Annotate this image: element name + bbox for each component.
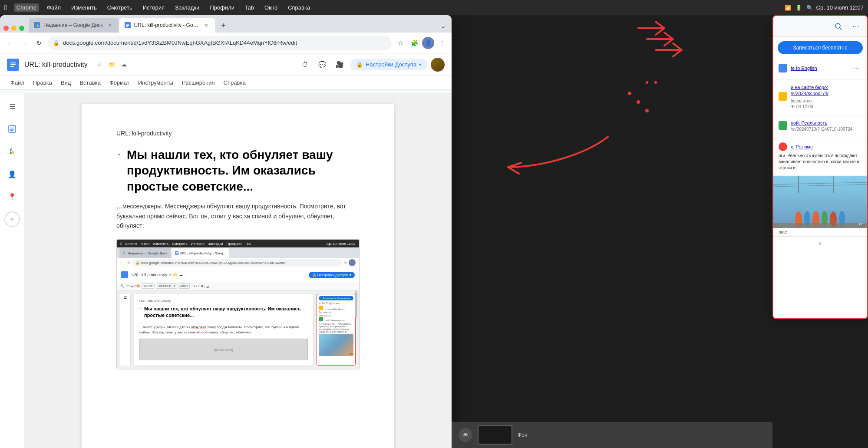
panel-item-2-meta: 👁 84 12:00 — [791, 104, 862, 109]
cloud-button[interactable]: ☁ — [119, 59, 129, 70]
collapse-icon[interactable]: ⌄ — [116, 150, 122, 157]
move-button[interactable]: 📁 — [107, 59, 117, 70]
tab-bar-expand[interactable]: ⌄ — [438, 20, 448, 31]
docs-page: URL: kill-productivity ⌄ Мы нашли тех, к… — [82, 104, 394, 448]
people-icon[interactable]: 👤 — [4, 166, 20, 182]
menubar-chrome[interactable]: Chrome — [14, 3, 39, 12]
tab-title-drive: Недавние – Google Диск — [43, 22, 103, 28]
back-button[interactable]: ← — [3, 37, 16, 49]
star-button[interactable]: ☆ — [95, 59, 105, 70]
access-button[interactable]: 🔒 Настройки Доступа ▾ — [350, 59, 427, 70]
add-sidebar-btn[interactable]: + — [4, 211, 20, 227]
outline-icon[interactable]: ☰ — [4, 99, 20, 114]
menubar-tab[interactable]: Tab — [242, 3, 257, 12]
docs-sidebar-left: ☰ 👤 📍 + — [0, 93, 24, 448]
menubar-file[interactable]: Файл — [44, 3, 63, 12]
panel-search-button[interactable] — [832, 20, 845, 33]
panel-item-2[interactable]: и на сайте бюро: /s/2024/school-/4/ бесп… — [773, 80, 867, 115]
minimize-button[interactable] — [11, 26, 17, 31]
menu-insert[interactable]: Вставка — [76, 78, 104, 88]
panel-item-1-title: te to English — [791, 65, 817, 71]
close-button[interactable] — [3, 26, 9, 31]
svg-rect-3 — [126, 26, 128, 27]
lock-icon: 🔒 — [53, 40, 59, 46]
right-panel: ⋯ Записаться бесплатно te to English ⋯ и… — [772, 15, 868, 319]
bookmark-button[interactable]: ☆ — [394, 37, 406, 49]
docs-menubar: Файл Правка Вид Вставка Формат Инструмен… — [0, 76, 452, 90]
comment-button[interactable]: 💬 — [315, 58, 329, 72]
menu-format[interactable]: Формат — [106, 78, 133, 88]
access-button-label: Настройки Доступа — [366, 61, 416, 68]
menu-extensions[interactable]: Расширения — [178, 78, 218, 88]
browser-window: Недавние – Google Диск ✕ URL: kill-produ… — [0, 15, 452, 448]
panel-item-1-more[interactable]: ⋯ — [851, 63, 862, 73]
panel-item-4[interactable]: х. Резюме оги. Реальность купность е пор… — [773, 138, 867, 176]
tab-google-drive[interactable]: Недавние – Google Диск ✕ — [29, 18, 119, 33]
forward-button[interactable]: → — [18, 37, 30, 49]
menu-file[interactable]: Файл — [7, 78, 28, 88]
docs-title-actions: ☆ 📁 ☁ — [95, 59, 129, 70]
docs-title: URL: kill-productivity — [24, 61, 88, 69]
embedded-screenshot:  Chrome Файл Изменить Смотреть История … — [116, 239, 360, 369]
underlined-word: обнуляют — [207, 203, 234, 210]
menu-view[interactable]: Вид — [57, 78, 75, 88]
bottom-panel: 👁 Фон — [452, 422, 772, 448]
panel-more-button[interactable]: ⋯ — [850, 20, 862, 33]
menubar-right-section: 📶 🔋 🔍 Ср, 10 июля 12:07 — [785, 4, 864, 11]
maximize-button[interactable] — [19, 26, 24, 31]
docs-sidebar-icon[interactable] — [4, 121, 20, 137]
extensions-button[interactable]: 🧩 — [408, 37, 420, 49]
scrollbar[interactable] — [355, 291, 357, 317]
svg-rect-15 — [176, 254, 177, 254]
svg-rect-13 — [176, 252, 178, 253]
address-bar: ← → ↻ 🔒 docs.google.com/document/d/1vdY3… — [0, 33, 452, 53]
panel-item-1[interactable]: te to English ⋯ — [773, 59, 867, 80]
panel-item-3-title: ной: Реальность — [791, 120, 862, 126]
apple-menu[interactable]:  — [4, 4, 7, 12]
spotlight-icon: 🔍 — [806, 5, 813, 11]
menubar-window[interactable]: Окно — [262, 3, 280, 12]
menubar-history[interactable]: История — [140, 3, 167, 12]
svg-point-31 — [645, 109, 649, 112]
panel-image-sublabel: nute — [773, 228, 867, 236]
panel-item-3[interactable]: ной: Реальность /et/20240710/? /240710-1… — [773, 115, 867, 138]
menubar-profiles[interactable]: Профили — [207, 3, 237, 12]
main-heading: Мы нашли тех, кто обнуляет вашу продукти… — [127, 147, 360, 194]
tab-docs[interactable]: URL: kill-productivity - Goog... ✕ — [119, 18, 215, 33]
tab-favicon-drive — [34, 22, 40, 28]
tab-close-drive[interactable]: ✕ — [106, 22, 113, 29]
menu-button[interactable]: ⋮ — [436, 37, 448, 49]
menubar-view[interactable]: Смотреть — [105, 3, 135, 12]
panel-expand-button[interactable]: › — [773, 236, 867, 250]
svg-point-32 — [646, 81, 648, 84]
menu-tools[interactable]: Инструменты — [135, 78, 177, 88]
tab-title-docs: URL: kill-productivity - Goog... — [134, 22, 199, 28]
svg-rect-10 — [10, 129, 14, 130]
menu-edit[interactable]: Правка — [30, 78, 56, 88]
svg-rect-17 — [773, 176, 867, 228]
menubar-edit[interactable]: Изменить — [69, 3, 99, 12]
svg-rect-7 — [10, 66, 14, 67]
new-tab-button[interactable]: + — [218, 20, 230, 32]
tab-favicon-docs — [125, 22, 131, 28]
tab-close-docs[interactable]: ✕ — [203, 22, 210, 29]
user-avatar[interactable] — [431, 58, 445, 72]
svg-rect-2 — [126, 25, 129, 26]
svg-rect-5 — [10, 63, 16, 63]
menubar-bookmarks[interactable]: Закладки — [172, 3, 202, 12]
history-button[interactable]: ⏱ — [298, 58, 312, 72]
menu-help[interactable]: Справка — [220, 78, 249, 88]
docs-page-area[interactable]: URL: kill-productivity ⌄ Мы нашли тех, к… — [24, 93, 452, 448]
profile-avatar[interactable]: 👤 — [422, 37, 434, 49]
menubar-help[interactable]: Справка — [285, 3, 313, 12]
maps-icon[interactable]: 📍 — [4, 189, 20, 204]
panel-eye-btn[interactable]: 👁 — [459, 428, 472, 442]
camera-button[interactable]: 🎥 — [333, 58, 347, 72]
url-bar[interactable]: 🔒 docs.google.com/document/d/1vdY3StZBM0… — [48, 36, 392, 50]
svg-rect-28 — [773, 223, 867, 228]
svg-rect-1 — [126, 24, 129, 25]
heading-section: ⌄ Мы нашли тех, кто обнуляет вашу продук… — [116, 147, 360, 194]
drive-sidebar-icon[interactable] — [4, 144, 20, 159]
signup-button[interactable]: Записаться бесплатно — [778, 41, 863, 54]
reload-button[interactable]: ↻ — [33, 37, 45, 49]
